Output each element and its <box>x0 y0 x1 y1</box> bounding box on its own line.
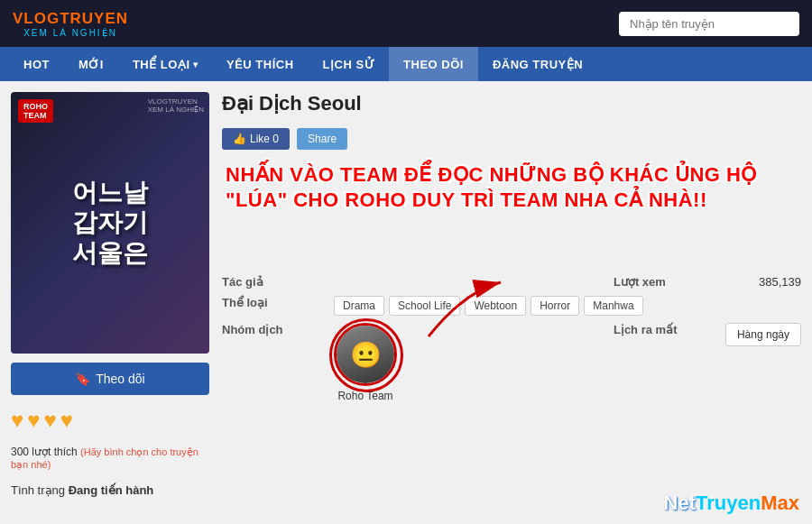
manga-cover: ROHO TEAM VLOGTRUYENXEM LÀ NGHIỆN 어느날 갑자… <box>11 92 209 354</box>
lich-ra-mat-value: Hàng ngày <box>725 323 801 346</box>
social-row: 👍 Like 0 Share <box>222 128 801 150</box>
watermark-max: Max <box>761 492 799 514</box>
star-4[interactable]: ♥ <box>60 408 73 433</box>
info-table: Tác giả Lượt xem 385,139 Thể loại Drama … <box>222 275 801 402</box>
the-loai-label: Thể loại <box>222 296 330 309</box>
logo[interactable]: VLOGTRUYEN XEM LÀ NGHIỆN <box>13 10 128 38</box>
share-button[interactable]: Share <box>297 128 347 150</box>
watermark-net: Net <box>664 492 696 514</box>
nav-lich-su[interactable]: LỊCH SỬ <box>309 47 390 81</box>
bookmark-icon: 🔖 <box>75 372 90 386</box>
cover-text: 어느날 갑자기 서울은 <box>72 178 148 269</box>
arrow-icon <box>411 273 519 345</box>
main-nav: HOT MỚI THỂ LOẠI ▾ YÊU THÍCH LỊCH SỬ THE… <box>0 47 812 81</box>
promo-text: NHẤN VÀO TEAM ĐỂ ĐỌC NHỮNG BỘ KHÁC ỦNG H… <box>226 162 798 212</box>
nav-yeu-thich[interactable]: YÊU THÍCH <box>212 47 309 81</box>
group-avatar-wrap[interactable]: 😐 Roho Team <box>334 323 397 402</box>
group-section: 😐 Roho Team <box>334 323 610 402</box>
schedule-button[interactable]: Hàng ngày <box>725 323 801 346</box>
header: VLOGTRUYEN XEM LÀ NGHIỆN <box>0 0 812 47</box>
avatar-image: 😐 <box>337 326 394 383</box>
right-panel: Đại Dịch Seoul 👍 Like 0 Share NHẤN VÀO T… <box>222 92 801 513</box>
likes-text: 300 lượt thích (Hãy bình chọn cho truyện… <box>11 446 209 471</box>
follow-button[interactable]: 🔖 Theo dõi <box>11 363 209 395</box>
left-panel: ROHO TEAM VLOGTRUYENXEM LÀ NGHIỆN 어느날 갑자… <box>11 92 209 513</box>
star-3[interactable]: ♥ <box>44 408 57 433</box>
tag-horror[interactable]: Horror <box>531 296 579 316</box>
nhom-dich-label: Nhóm dịch <box>222 323 330 336</box>
status-row: Tình trạng Đang tiến hành <box>11 483 209 497</box>
promo-overlay: NHẤN VÀO TEAM ĐỂ ĐỌC NHỮNG BỘ KHÁC ỦNG H… <box>222 162 801 212</box>
nav-moi[interactable]: MỚI <box>64 47 118 81</box>
nav-theo-doi[interactable]: THEO DÕI <box>389 47 478 81</box>
tac-gia-label: Tác giả <box>222 275 330 289</box>
luot-xem-value: 385,139 <box>725 275 801 289</box>
cover-watermark: VLOGTRUYENXEM LÀ NGHIỆN <box>148 97 204 114</box>
main-content: ROHO TEAM VLOGTRUYENXEM LÀ NGHIỆN 어느날 갑자… <box>0 81 812 524</box>
tag-drama[interactable]: Drama <box>334 296 384 316</box>
star-1[interactable]: ♥ <box>11 408 23 433</box>
group-name: Roho Team <box>337 390 392 402</box>
manga-title: Đại Dịch Seoul <box>222 92 801 115</box>
group-avatar: 😐 <box>334 323 397 386</box>
chevron-down-icon: ▾ <box>193 60 198 69</box>
nav-hot[interactable]: HOT <box>9 47 64 81</box>
thumbs-up-icon: 👍 <box>233 133 246 145</box>
like-button[interactable]: 👍 Like 0 <box>222 128 290 150</box>
watermark-truyen: Truyen <box>696 492 761 514</box>
tag-manhwa[interactable]: Manhwa <box>584 296 642 316</box>
search-input[interactable] <box>619 12 799 36</box>
logo-top: VLOGTRUYEN <box>13 10 128 28</box>
nav-the-loai[interactable]: THỂ LOẠI ▾ <box>118 47 212 81</box>
nav-dang-truyen[interactable]: ĐĂNG TRUYỆN <box>478 47 597 81</box>
star-2[interactable]: ♥ <box>27 408 40 433</box>
tags-container: Drama School Life Webtoon Horror Manhwa <box>334 296 801 316</box>
logo-bottom: XEM LÀ NGHIỆN <box>23 28 117 38</box>
luot-xem-label: Lượt xem <box>614 275 722 289</box>
watermark: NetTruyenMax <box>664 492 799 515</box>
cover-badge: ROHO TEAM <box>18 99 53 123</box>
stars-row: ♥ ♥ ♥ ♥ <box>11 404 209 437</box>
lich-ra-mat-label: Lịch ra mất <box>614 323 722 336</box>
